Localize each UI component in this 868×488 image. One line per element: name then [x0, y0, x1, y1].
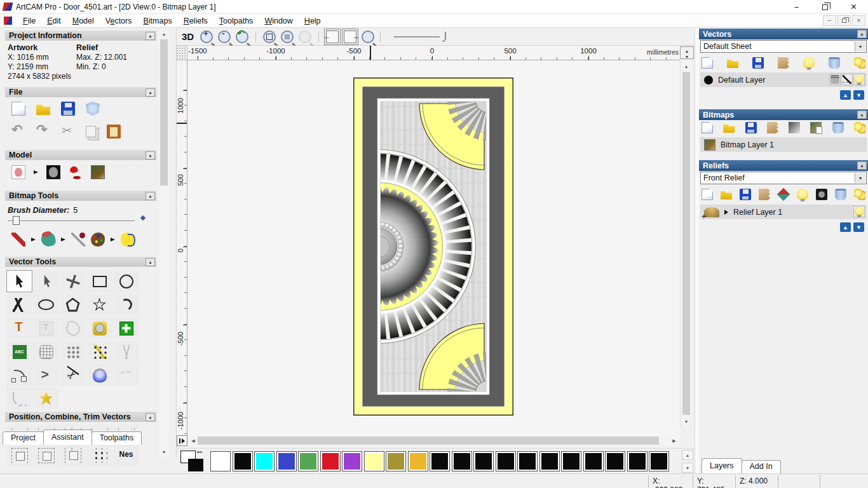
lamp-icon[interactable] — [69, 165, 83, 179]
new-document-icon[interactable] — [11, 102, 25, 116]
distort-grid-tool[interactable] — [33, 341, 59, 363]
undo-icon[interactable] — [11, 125, 25, 139]
new-document-icon[interactable] — [702, 57, 713, 69]
colour-swatch-12[interactable] — [474, 452, 493, 471]
model-options-icon[interactable] — [86, 102, 100, 116]
tab-toolpaths[interactable]: Toolpaths — [92, 431, 142, 445]
freehand-tool[interactable] — [6, 294, 32, 316]
view-3d-button[interactable]: 3D — [182, 31, 194, 42]
bitmap-layer-row[interactable]: Bitmap Layer 1 — [700, 137, 867, 152]
node-edit-tool[interactable] — [33, 270, 59, 292]
bisector-tool[interactable] — [33, 364, 59, 386]
tab-layers[interactable]: Layers — [702, 458, 742, 473]
scroll-up-icon[interactable]: ▲ — [682, 62, 691, 71]
colour-swatch-3[interactable] — [277, 452, 296, 471]
colour-swatch-15[interactable] — [540, 452, 559, 471]
colour-reduce-icon[interactable] — [121, 233, 135, 247]
collapse-button[interactable]: ▲ — [857, 111, 867, 119]
slider-handle[interactable] — [442, 32, 446, 42]
bulbs-icon[interactable] — [854, 189, 865, 200]
circle-tool-tool[interactable] — [113, 270, 139, 292]
move-relief-down-button[interactable]: ▼ — [853, 222, 864, 232]
relief-layer-row[interactable]: Relief Layer 1 — [700, 205, 867, 219]
teddy-grey-icon[interactable] — [46, 165, 60, 179]
colour-swatch-17[interactable] — [584, 452, 603, 471]
menu-model[interactable]: Model — [67, 15, 100, 27]
edit-pencil-button[interactable] — [841, 74, 853, 85]
block-copy-tool[interactable] — [60, 341, 86, 363]
move-layer-down-button[interactable]: ▼ — [853, 90, 864, 100]
palette-scroll-up[interactable]: ▲ — [682, 450, 693, 460]
bulbs-icon[interactable] — [854, 122, 865, 133]
measure-tool[interactable] — [86, 317, 112, 339]
collapse-button[interactable]: ▲ — [146, 258, 155, 266]
align-top2-tool[interactable] — [6, 444, 32, 466]
link-colours-icon[interactable]: ⚯ — [197, 449, 202, 456]
menu-vectors[interactable]: Vectors — [100, 15, 138, 27]
restore-button[interactable] — [811, 0, 839, 14]
colour-swatch-18[interactable] — [606, 452, 625, 471]
page-next-icon[interactable] — [344, 30, 356, 43]
zoom-previous-icon[interactable] — [236, 30, 248, 43]
merge-icon[interactable] — [759, 189, 770, 200]
zoom-mag-icon[interactable] — [362, 30, 374, 43]
pan-mode-button[interactable] — [177, 435, 187, 446]
ruler-units-dropdown[interactable]: ▲▼ — [680, 46, 694, 59]
copy-icon[interactable] — [86, 126, 96, 137]
collapse-button[interactable]: ▲ — [857, 161, 867, 170]
bulb-page-icon[interactable] — [797, 189, 808, 200]
combine-diamond-icon[interactable] — [777, 188, 790, 201]
new-document-icon[interactable] — [702, 189, 713, 200]
panel-splitter[interactable] — [695, 28, 699, 473]
open-file-icon[interactable] — [723, 122, 735, 133]
arc-tool-tool[interactable] — [113, 294, 139, 316]
scroll-left-icon[interactable]: ◀ — [189, 437, 198, 445]
colour-swatch-11[interactable] — [452, 452, 471, 471]
star-gold-tool[interactable] — [33, 388, 59, 410]
merge-icon[interactable] — [778, 57, 789, 69]
colour-swatch-20[interactable] — [649, 452, 668, 471]
canvas-vertical-scrollbar[interactable]: ▲ ▼ — [680, 60, 692, 427]
colour-swatch-5[interactable] — [321, 452, 340, 471]
image-link-icon[interactable] — [810, 122, 822, 133]
trash-icon[interactable] — [832, 122, 844, 133]
new-document-icon[interactable] — [702, 122, 713, 133]
bulb-button[interactable] — [853, 74, 865, 85]
flyout-icon[interactable] — [34, 169, 38, 175]
health-check-tool[interactable] — [113, 317, 139, 339]
scatter-tool[interactable] — [86, 444, 112, 466]
bulbs-icon[interactable] — [854, 57, 865, 69]
collapse-button[interactable]: ▲ — [146, 192, 155, 200]
wrap-text-tool[interactable] — [33, 317, 59, 339]
text-tool-tool[interactable] — [6, 317, 32, 339]
ellipse-tool-tool[interactable] — [33, 294, 59, 316]
vector-sheet-dropdown[interactable]: Default Sheet ▼ — [700, 40, 867, 53]
collapse-button[interactable]: ▲ — [146, 32, 155, 40]
zoom-in-icon[interactable] — [200, 30, 213, 43]
paint-brush-icon[interactable] — [11, 233, 25, 247]
collapse-button[interactable]: ▲ — [146, 88, 155, 97]
zoom-object-icon[interactable] — [299, 30, 311, 43]
scroll-thumb[interactable] — [160, 39, 168, 186]
zoom-rect-icon[interactable] — [263, 30, 276, 43]
save-file-icon[interactable] — [740, 189, 751, 200]
close-button[interactable]: × — [839, 0, 868, 14]
dropdown-arrow-icon[interactable]: ▼ — [855, 41, 865, 51]
paste-icon[interactable] — [107, 125, 121, 139]
nest-tool[interactable] — [113, 444, 139, 466]
scroll-down-icon[interactable]: ▼ — [682, 417, 691, 426]
mona-lisa-icon[interactable] — [91, 165, 105, 179]
lock-button[interactable] — [829, 74, 841, 85]
scroll-down-icon[interactable]: ▼ — [159, 447, 168, 456]
tab-project[interactable]: Project — [3, 431, 44, 445]
save-file-icon[interactable] — [752, 57, 764, 69]
open-file-icon[interactable] — [727, 57, 738, 69]
collapse-button[interactable]: ▲ — [146, 413, 155, 421]
expand-icon[interactable] — [724, 210, 728, 215]
cut-icon[interactable] — [61, 125, 75, 139]
eyedropper-icon[interactable] — [71, 233, 85, 247]
dropdown-arrow-icon[interactable]: ▼ — [855, 173, 865, 183]
drawing-canvas[interactable] — [187, 60, 680, 435]
teddy-colour-icon[interactable] — [11, 165, 25, 179]
curve-tool[interactable] — [113, 364, 139, 386]
